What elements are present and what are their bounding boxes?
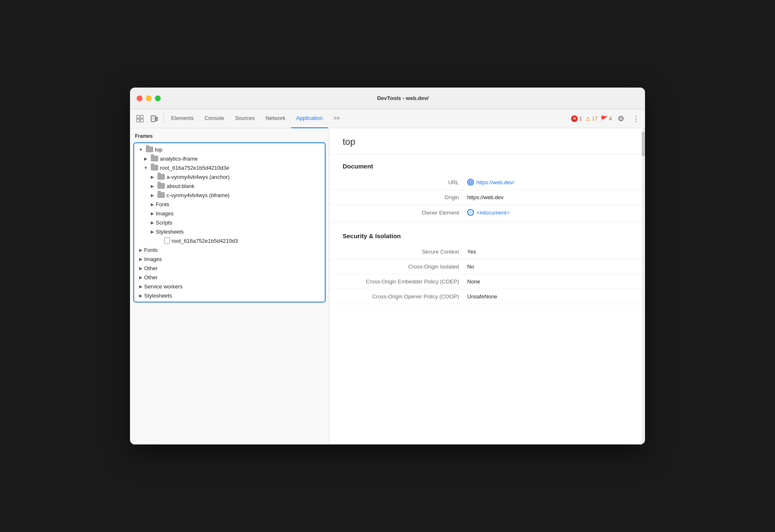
url-link[interactable]: https://web.dev/ [476,179,514,185]
url-label: URL [343,179,459,185]
inspect-icon-button[interactable] [133,112,147,125]
toolbar-divider [163,114,164,124]
toggle-images-top: ▶ [137,256,144,262]
tree-item-blank[interactable]: ▶ about:blank [134,181,325,190]
warning-icon: ⚠ [585,115,591,122]
tree-item-top[interactable]: ▼ top [134,145,325,154]
cross-origin-isolated-row: Cross-Origin Isolated No [329,259,642,274]
warning-badge[interactable]: ⚠ 17 [585,115,597,122]
toolbar-badges: ✕ 1 ⚠ 17 🚩 4 ⚙ ⋮ [571,113,642,124]
device-mode-icon-button[interactable] [147,112,161,125]
tab-more[interactable]: >> [329,109,345,128]
folder-icon-top [146,146,153,152]
tree-item-other1[interactable]: ▶ Other [134,264,325,273]
tree-item-fonts-root[interactable]: ▶ Fonts [134,200,325,209]
tab-sources[interactable]: Sources [230,109,260,128]
toggle-stylesheet-file [156,237,162,244]
sidebar: Frames ▼ top ▶ analytics-iframe ▼ [130,128,329,444]
tree-item-fonts-top[interactable]: ▶ Fonts [134,245,325,254]
toolbar: Elements Console Sources Network Applica… [130,109,645,128]
tab-elements[interactable]: Elements [166,109,199,128]
toggle-other2: ▶ [137,274,144,281]
toggle-stylesheets-root: ▶ [149,228,156,235]
maximize-button[interactable] [155,95,161,101]
owner-label: Owner Element [343,210,459,216]
tree-label-other2: Other [144,274,158,281]
right-panel: top Document URL https://web.dev/ [329,128,642,444]
folder-icon-blank [157,183,165,189]
tree-item-stylesheets-top[interactable]: ▶ Stylesheets [134,291,325,300]
info-icon: 🚩 [601,115,608,122]
owner-value: ⊙ <#document> [467,209,510,216]
info-badge[interactable]: 🚩 4 [601,115,612,122]
scrollbar-thumb[interactable] [642,132,645,156]
warning-count: 17 [592,116,597,122]
tree-label-service-workers: Service workers [144,283,182,290]
tree-item-scripts-root[interactable]: ▶ Scripts [134,218,325,227]
svg-rect-3 [140,119,143,122]
toggle-analytics: ▶ [142,155,149,162]
tree-item-other2[interactable]: ▶ Other [134,273,325,282]
tree-item-service-workers[interactable]: ▶ Service workers [134,282,325,291]
info-count: 4 [609,116,612,122]
tree-item-stylesheets-root[interactable]: ▶ Stylesheets [134,227,325,236]
tab-application[interactable]: Application [291,109,328,128]
file-icon-stylesheet [164,237,170,244]
tree-label-top: top [155,146,162,153]
tree-item-stylesheet-file[interactable]: root_616a752e1b5d4210d3 [134,236,325,245]
document-section-header: Document [329,154,642,175]
section-divider-1 [329,222,642,222]
tree-item-images-top[interactable]: ▶ Images [134,254,325,264]
toggle-fonts-top: ▶ [137,246,144,253]
coop-value: UnsafeNone [467,293,497,300]
tree-label-anchor: a-vynmy4vb4wys (anchor) [167,174,230,180]
folder-icon-bframe [157,192,165,198]
minimize-button[interactable] [146,95,152,101]
toggle-root: ▼ [142,164,149,171]
devtools-window: DevTools - web.dev/ Elements Console Sou… [130,88,645,444]
close-button[interactable] [137,95,142,101]
tree-label-fonts-root: Fonts [156,201,169,207]
tree-label-stylesheets-top: Stylesheets [144,293,172,299]
settings-button[interactable]: ⚙ [615,113,627,124]
tree-item-anchor[interactable]: ▶ a-vynmy4vb4wys (anchor) [134,172,325,181]
tree-item-root[interactable]: ▼ root_616a752e1b5d4210d3e [134,163,325,172]
coop-row: Cross-Origin Opener Policy (COOP) Unsafe… [329,289,642,304]
coep-value: None [467,278,480,285]
security-section-header: Security & Isolation [329,224,642,244]
tab-console[interactable]: Console [199,109,229,128]
toggle-images-root: ▶ [149,210,156,217]
svg-rect-6 [156,117,157,121]
tree-label-stylesheet-file: root_616a752e1b5d4210d3 [172,238,238,244]
svg-rect-1 [140,115,143,118]
origin-value: https://web.dev [467,194,503,200]
tree-label-bframe: c-vynmy4vb4wys (bframe) [167,192,230,198]
tree-label-images-root: Images [156,210,174,217]
cross-origin-isolated-value: No [467,264,474,270]
origin-label: Origin [343,194,459,200]
tree-item-bframe[interactable]: ▶ c-vynmy4vb4wys (bframe) [134,190,325,200]
tree-label-analytics: analytics-iframe [160,156,198,162]
error-badge[interactable]: ✕ 1 [571,115,582,122]
right-scrollbar[interactable] [642,128,645,444]
folder-icon-analytics [151,156,158,161]
secure-context-label: Secure Context [343,249,459,255]
coep-row: Cross-Origin Embedder Policy (COEP) None [329,274,642,289]
toggle-stylesheets-top: ▶ [137,292,144,299]
cross-origin-isolated-label: Cross-Origin Isolated [343,264,459,270]
tree-label-fonts-top: Fonts [144,247,158,253]
tree-label-images-top: Images [144,256,162,262]
tree-label-blank: about:blank [167,183,194,189]
folder-icon-root [151,165,158,171]
folder-icon-anchor [157,174,165,180]
owner-element-link[interactable]: <#document> [476,210,510,216]
toggle-bframe: ▶ [149,192,156,198]
tab-network[interactable]: Network [261,109,291,128]
toggle-anchor: ▶ [149,173,156,180]
toggle-top: ▼ [137,146,144,153]
tree-item-images-root[interactable]: ▶ Images [134,209,325,218]
toggle-blank: ▶ [149,183,156,189]
more-options-button[interactable]: ⋮ [630,113,642,124]
window-title: DevTools - web.dev/ [167,95,638,101]
tree-item-analytics[interactable]: ▶ analytics-iframe [134,154,325,163]
